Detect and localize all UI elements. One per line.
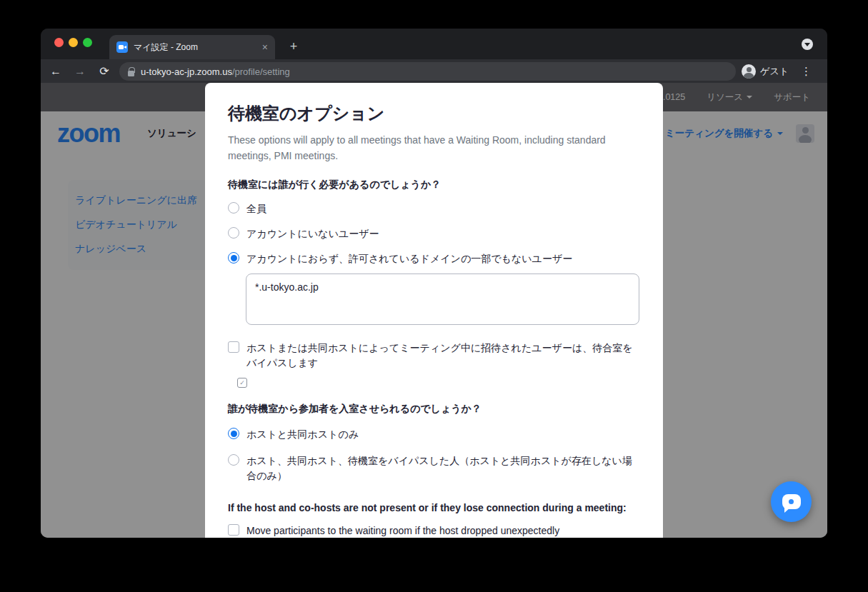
dialog-description: These options will apply to all meetings…: [228, 133, 614, 164]
checkbox[interactable]: [228, 524, 239, 536]
radio-button[interactable]: [228, 227, 239, 239]
waiting-room-options-dialog: 待機室のオプション These options will apply to al…: [205, 83, 663, 538]
profile-avatar-icon: [742, 64, 756, 79]
radio-button-selected[interactable]: [228, 428, 239, 439]
chrome-profile-chevron-icon[interactable]: [802, 39, 813, 50]
tab-close-icon[interactable]: ×: [262, 41, 268, 53]
window-maximize-button[interactable]: [83, 38, 92, 47]
dialog-title: 待機室のオプション: [228, 102, 640, 125]
allowed-domains-input[interactable]: *.u-tokyo.ac.jp: [246, 274, 639, 325]
question-who-goes-to-waiting-room: 待機室には誰が行く必要があるのでしょうか？: [228, 179, 640, 191]
tab-strip: マイ設定 - Zoom × +: [41, 29, 827, 59]
url-text: u-tokyo-ac-jp.zoom.us/profile/setting: [141, 66, 290, 77]
profile-label: ゲスト: [760, 65, 789, 78]
help-chat-button[interactable]: [771, 481, 812, 522]
radio-option-everyone[interactable]: 全員: [228, 201, 640, 216]
chat-bubble-icon: [782, 494, 801, 509]
sub-option-checkbox[interactable]: ✓: [237, 378, 247, 388]
checkbox-option-move-participants[interactable]: Move participants to the waiting room if…: [228, 523, 640, 538]
forward-button[interactable]: →: [71, 62, 89, 81]
radio-button-selected[interactable]: [228, 252, 239, 264]
page-viewport: 88.799.0125 リソース サポート zoom ソリューシ ミーティングを…: [41, 83, 827, 538]
zoom-favicon-icon: [116, 41, 128, 53]
browser-menu-icon[interactable]: ⋮: [797, 62, 816, 81]
radio-button[interactable]: [228, 202, 239, 214]
browser-toolbar: ← → ⟳ u-tokyo-ac-jp.zoom.us/profile/sett…: [41, 59, 827, 83]
window-close-button[interactable]: [54, 38, 64, 47]
url-path: /profile/setting: [232, 66, 290, 77]
radio-option-users-not-in-account[interactable]: アカウントにいないユーザー: [228, 226, 640, 241]
checkbox-option-bypass-waiting-room[interactable]: ホストまたは共同ホストによってミーティング中に招待されたユーザーは、待合室をバイ…: [228, 341, 640, 371]
url-bar[interactable]: u-tokyo-ac-jp.zoom.us/profile/setting: [119, 62, 736, 81]
reload-button[interactable]: ⟳: [95, 62, 114, 81]
browser-window: マイ設定 - Zoom × + ← → ⟳ u-tokyo-ac-jp.zoom…: [41, 29, 827, 538]
question-who-can-admit: 誰が待機室から参加者を入室させられるのでしょうか？: [228, 403, 640, 416]
browser-profile-button[interactable]: ゲスト: [742, 62, 789, 81]
window-minimize-button[interactable]: [69, 38, 78, 47]
radio-button[interactable]: [228, 454, 239, 466]
radio-option-users-not-in-domains[interactable]: アカウントにおらず、許可されているドメインの一部でもないユーザー: [228, 251, 640, 266]
checkbox[interactable]: [228, 341, 239, 353]
browser-tab[interactable]: マイ設定 - Zoom ×: [109, 35, 275, 59]
url-host: u-tokyo-ac-jp.zoom.us: [141, 66, 232, 77]
radio-option-host-cohosts-bypassers[interactable]: ホスト、共同ホスト、待機室をバイパスした人（ホストと共同ホストが存在しない場合の…: [228, 453, 640, 483]
new-tab-button[interactable]: +: [284, 37, 303, 56]
tab-title: マイ設定 - Zoom: [134, 41, 256, 54]
back-button[interactable]: ←: [46, 62, 65, 81]
heading-host-not-present: If the host and co-hosts are not present…: [228, 502, 640, 513]
traffic-lights: [54, 38, 92, 47]
lock-icon: [128, 67, 134, 76]
radio-option-host-cohosts-only[interactable]: ホストと共同ホストのみ: [228, 427, 640, 442]
